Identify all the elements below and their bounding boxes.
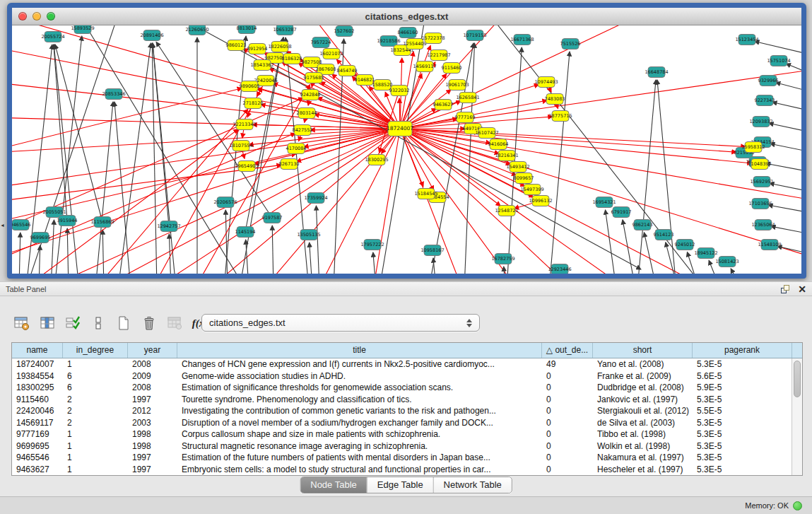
column-header-year[interactable]: year xyxy=(128,343,177,358)
column-header-name[interactable]: name xyxy=(12,343,63,358)
network-node[interactable]: 10974493 xyxy=(534,77,558,88)
network-node[interactable]: 10996132 xyxy=(529,196,552,206)
network-node[interactable]: 7515526 xyxy=(560,39,581,49)
network-node[interactable]: 9890605 xyxy=(240,81,260,92)
table-row[interactable]: 2242004622012Investigating the contribut… xyxy=(12,405,802,417)
network-node[interactable]: 9245012 xyxy=(675,240,695,250)
network-node[interactable]: 12942757 xyxy=(157,221,180,232)
tab-network-table[interactable]: Network Table xyxy=(433,477,512,493)
network-node[interactable]: 15493412 xyxy=(506,162,529,173)
network-node[interactable]: 9175685 xyxy=(304,73,324,83)
network-node[interactable]: 18216341 xyxy=(495,151,518,161)
close-panel-icon[interactable]: ✕ xyxy=(798,284,806,294)
citation-edge-black[interactable] xyxy=(768,205,801,214)
network-node[interactable]: 20891406 xyxy=(140,30,163,41)
table-row[interactable]: 911546021997Tourette syndrome. Phenomeno… xyxy=(12,394,802,406)
citation-edge-black[interactable] xyxy=(316,206,319,274)
column-header-out_de[interactable]: △ out_de... xyxy=(542,343,593,358)
network-node[interactable]: 9860123 xyxy=(226,40,247,51)
citation-edge-black[interactable] xyxy=(118,43,151,274)
citation-edge-red[interactable] xyxy=(259,129,400,274)
citation-edge-black[interactable] xyxy=(770,144,801,153)
citation-edge-black[interactable] xyxy=(240,37,283,274)
network-node[interactable]: 12093832 xyxy=(749,117,772,127)
network-node[interactable]: 16782759 xyxy=(491,254,514,264)
network-node[interactable]: 7957224 xyxy=(311,37,331,48)
network-node[interactable]: 20853346 xyxy=(102,89,125,100)
network-node[interactable]: 9115460 xyxy=(442,63,462,74)
citation-edge-red[interactable] xyxy=(372,129,400,274)
network-node[interactable]: 9322032 xyxy=(389,86,410,96)
citation-edge-black[interactable] xyxy=(644,233,657,274)
citation-edge-black[interactable] xyxy=(464,43,475,274)
network-node[interactable]: 14569117 xyxy=(413,62,436,72)
citation-edge-black[interactable] xyxy=(770,183,801,192)
create-column-icon[interactable] xyxy=(113,313,134,334)
network-node[interactable]: 8813014 xyxy=(237,25,257,34)
network-node[interactable]: 10653287 xyxy=(273,25,296,35)
network-node[interactable]: 8427552 xyxy=(293,125,313,136)
tab-edge-table[interactable]: Edge Table xyxy=(367,477,433,493)
citation-edge-black[interactable] xyxy=(657,80,676,274)
network-node[interactable]: 12365064 xyxy=(751,220,775,230)
network-node[interactable]: 19061703 xyxy=(445,80,469,90)
column-header-in_degree[interactable]: in_degree xyxy=(63,343,128,358)
network-node[interactable]: 1145194 xyxy=(235,227,256,238)
network-node[interactable]: 11156869 xyxy=(90,217,114,228)
network-node[interactable]: 12548721 xyxy=(495,206,518,216)
column-header-short[interactable]: short xyxy=(593,343,693,358)
network-node[interactable]: 8186328 xyxy=(282,54,302,64)
citation-edge-black[interactable] xyxy=(169,234,171,274)
network-node[interactable]: 9242848 xyxy=(300,90,321,100)
table-row[interactable]: 946362711997Embryonic stem cells: a mode… xyxy=(12,464,802,476)
network-node[interactable]: 12213343 xyxy=(233,119,256,130)
citation-edge-black[interactable] xyxy=(772,102,801,112)
network-node[interactable]: 11048392 xyxy=(748,159,771,170)
table-row[interactable]: 977716911998Corpus callosum shape and si… xyxy=(12,428,802,440)
table-row[interactable]: 1872400712008Changes of HCN gene express… xyxy=(12,358,802,370)
zoom-window-icon[interactable] xyxy=(47,12,55,21)
network-node[interactable]: 15081423 xyxy=(715,257,739,267)
tab-node-table[interactable]: Node Table xyxy=(300,477,367,493)
network-node[interactable]: 8454749 xyxy=(337,66,358,76)
network-node[interactable]: 13505135 xyxy=(297,230,320,240)
network-node[interactable]: 9465546 xyxy=(12,220,30,230)
network-node[interactable]: 20055724 xyxy=(41,32,64,42)
network-node[interactable]: 18543362 xyxy=(250,60,273,71)
table-row[interactable]: 946554611997Estimation of the future num… xyxy=(12,452,802,464)
citation-edge-black[interactable] xyxy=(102,230,104,274)
network-node-hub[interactable]: 18724007 xyxy=(387,122,413,136)
float-window-icon[interactable] xyxy=(779,284,791,295)
network-node[interactable]: 9227343 xyxy=(755,95,775,106)
delete-column-icon[interactable] xyxy=(139,313,160,334)
citation-edge-black[interactable] xyxy=(776,83,801,93)
network-node[interactable]: 20206576 xyxy=(213,197,237,208)
network-node[interactable]: 2803144 xyxy=(297,108,317,119)
citation-edge-black[interactable] xyxy=(606,210,616,274)
network-node[interactable]: 17957222 xyxy=(360,240,384,250)
network-node[interactable]: 8267130 xyxy=(279,159,300,170)
citation-edge-black[interactable] xyxy=(771,226,801,235)
network-node[interactable]: 9416064 xyxy=(488,139,509,150)
table-selector-dropdown[interactable]: citations_edges.txt xyxy=(201,314,480,332)
network-node[interactable]: 17103656 xyxy=(748,199,772,209)
clear-selection-icon[interactable] xyxy=(88,313,109,334)
network-node[interactable]: 16671368 xyxy=(510,35,534,45)
panel-collapse-arrow[interactable]: ◄ xyxy=(0,223,5,228)
network-node[interactable]: 15123454 xyxy=(735,35,758,45)
citation-edge-black[interactable] xyxy=(755,42,801,54)
table-row[interactable]: 1456911722003Disruption of a novel membe… xyxy=(12,417,802,429)
column-header-title[interactable]: title xyxy=(177,343,542,358)
network-node[interactable]: 8099657 xyxy=(514,173,534,184)
citation-edge-black[interactable] xyxy=(54,45,79,274)
delete-table-icon[interactable] xyxy=(164,313,185,334)
citation-edge-red[interactable] xyxy=(249,129,400,145)
table-scrollbar[interactable] xyxy=(792,358,802,475)
network-window[interactable]: citations_edges.txt 20055724158935292089… xyxy=(7,3,806,279)
citation-edge-black[interactable] xyxy=(19,233,20,274)
citation-edge-black[interactable] xyxy=(373,252,376,274)
column-header-pagerank[interactable]: pagerank xyxy=(693,343,792,358)
citation-edge-red[interactable] xyxy=(26,129,238,274)
network-node[interactable]: 19654903 xyxy=(235,161,258,172)
citation-edge-black[interactable] xyxy=(429,43,473,274)
